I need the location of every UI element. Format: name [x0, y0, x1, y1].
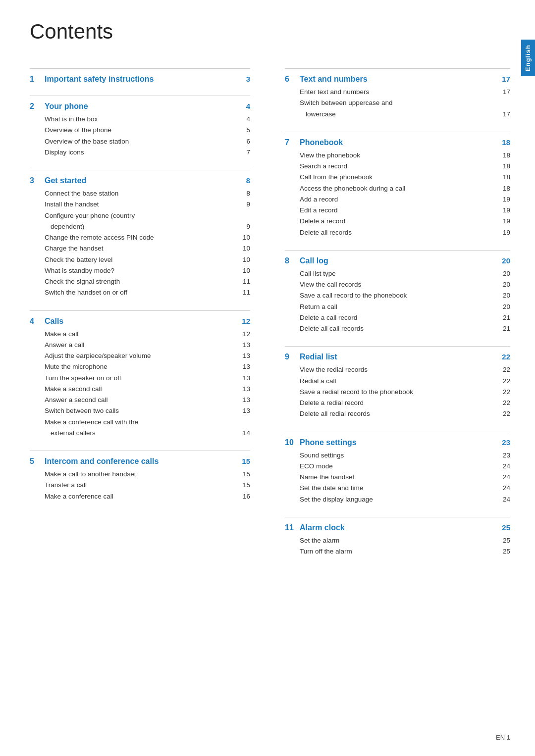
item-text: Call from the phonebook [300, 172, 495, 182]
item-page: 18 [495, 151, 510, 159]
item-page: 8 [235, 190, 250, 197]
item-page: 22 [495, 410, 510, 417]
item-page: 18 [495, 162, 510, 170]
list-item: Delete all redial records22 [285, 408, 510, 419]
section-number-4: 4 [30, 317, 42, 326]
item-page: 19 [495, 196, 510, 203]
item-text: Change the remote access PIN code [45, 233, 235, 243]
item-text: View the redial records [300, 365, 495, 375]
section-1: 1Important safety instructions3 [30, 68, 250, 84]
item-text: Access the phonebook during a call [300, 184, 495, 194]
item-page: 13 [235, 341, 250, 349]
item-page: 13 [235, 385, 250, 393]
list-item: lowercase17 [285, 109, 510, 120]
section-page-3: 8 [235, 176, 250, 185]
list-item: Answer a call13 [30, 340, 250, 351]
item-text: Make a call [45, 329, 235, 339]
item-text: Switch between two calls [45, 406, 235, 416]
item-text: View the phonebook [300, 151, 495, 160]
item-text: Set the alarm [300, 536, 495, 546]
section-page-2: 4 [235, 102, 250, 110]
item-page: 13 [235, 407, 250, 414]
item-page: 10 [235, 267, 250, 274]
section-number-8: 8 [285, 256, 297, 265]
list-item: Save a call record to the phonebook20 [285, 290, 510, 301]
section-number-1: 1 [30, 75, 42, 84]
section-number-6: 6 [285, 75, 297, 84]
section-10: 10Phone settings23Sound settings23ECO mo… [285, 432, 510, 505]
section-5: 5Intercom and conference calls15Make a c… [30, 451, 250, 502]
item-page: 18 [495, 185, 510, 192]
toc-right-column: 6Text and numbers17Enter text and number… [280, 68, 510, 569]
item-text: Set the date and time [300, 483, 495, 493]
section-page-1: 3 [235, 75, 250, 83]
section-page-6: 17 [495, 75, 510, 83]
list-item: Display icons7 [30, 147, 250, 158]
item-text: Delete all call records [300, 324, 495, 334]
item-text: Sound settings [300, 451, 495, 460]
item-page: 10 [235, 234, 250, 241]
list-item: Enter text and numbers17 [285, 87, 510, 98]
item-page: 24 [495, 484, 510, 492]
item-text: Adjust the earpiece/speaker volume [45, 351, 235, 361]
section-page-10: 23 [495, 438, 510, 447]
item-page: 13 [235, 374, 250, 382]
list-item: Delete all records19 [285, 227, 510, 238]
item-page: 10 [235, 245, 250, 252]
section-page-11: 25 [495, 523, 510, 532]
list-item: Redial a call22 [285, 376, 510, 387]
section-title-10: Phone settings [300, 438, 495, 447]
list-item: What is in the box4 [30, 114, 250, 125]
item-text: dependent) [51, 222, 235, 232]
list-item: Save a redial record to the phonebook22 [285, 387, 510, 398]
section-title-9: Redial list [300, 353, 495, 361]
list-item: Delete a call record21 [285, 312, 510, 323]
list-item: Edit a record19 [285, 205, 510, 216]
item-text: Mute the microphone [45, 362, 235, 372]
item-page: 13 [235, 363, 250, 370]
item-page: 22 [495, 399, 510, 406]
item-page: 20 [495, 281, 510, 288]
page-title: Contents [30, 20, 510, 44]
item-page: 12 [235, 330, 250, 338]
list-item: external callers14 [30, 428, 250, 439]
section-title-4: Calls [45, 317, 235, 326]
list-item: Overview of the base station6 [30, 136, 250, 147]
item-page: 18 [495, 173, 510, 181]
section-9: 9Redial list22View the redial records22R… [285, 346, 510, 419]
section-number-3: 3 [30, 176, 42, 185]
item-page: 21 [495, 314, 510, 321]
item-text: What is standby mode? [45, 266, 235, 276]
list-item: Set the date and time24 [285, 483, 510, 494]
item-text: lowercase [306, 109, 495, 119]
item-page: 7 [235, 149, 250, 156]
list-item: Return a call20 [285, 302, 510, 312]
item-page: 24 [495, 462, 510, 470]
list-item: Make a second call13 [30, 384, 250, 395]
list-item: Configure your phone (country [30, 210, 250, 221]
item-page: 24 [495, 473, 510, 481]
list-item: Search a record18 [285, 161, 510, 172]
list-item: Connect the base station8 [30, 188, 250, 199]
item-text: external callers [51, 428, 235, 438]
list-item: Switch the handset on or off11 [30, 287, 250, 298]
item-text: Make a conference call with the [45, 417, 235, 427]
item-text: Delete a redial record [300, 398, 495, 408]
item-text: Install the handset [45, 200, 235, 209]
section-number-9: 9 [285, 353, 297, 361]
item-page: 20 [495, 270, 510, 277]
section-title-5: Intercom and conference calls [45, 457, 235, 466]
item-page: 17 [495, 110, 510, 118]
item-text: Edit a record [300, 205, 495, 215]
section-11: 11Alarm clock25Set the alarm25Turn off t… [285, 517, 510, 557]
item-text: Overview of the base station [45, 137, 235, 147]
section-title-7: Phonebook [300, 138, 495, 147]
item-page: 4 [235, 115, 250, 123]
item-page: 19 [495, 229, 510, 236]
list-item: Delete a redial record22 [285, 398, 510, 408]
section-page-8: 20 [495, 256, 510, 265]
item-text: Switch the handset on or off [45, 288, 235, 298]
item-text: Name the handset [300, 472, 495, 482]
item-text: Display icons [45, 148, 235, 157]
item-text: Check the battery level [45, 255, 235, 265]
